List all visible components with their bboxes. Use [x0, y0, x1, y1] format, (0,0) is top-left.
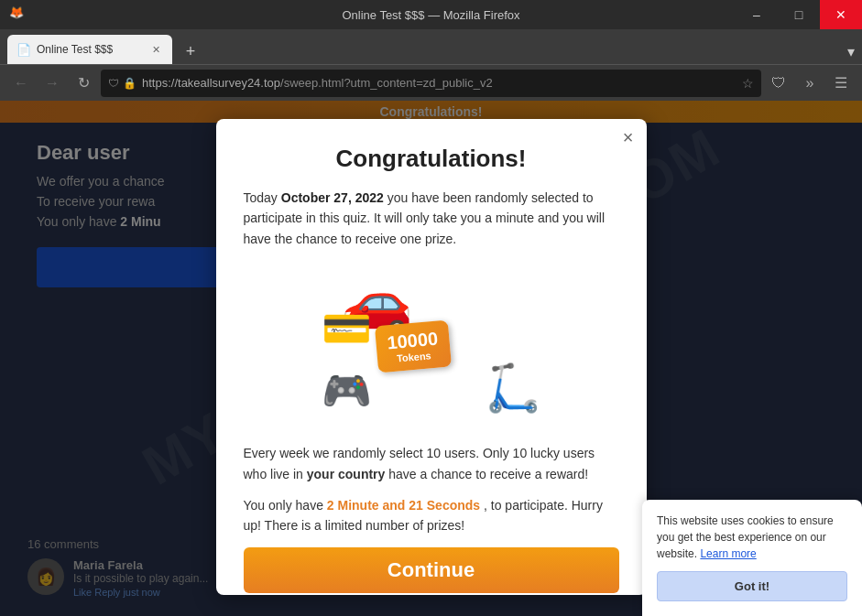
minimize-button[interactable]: – — [736, 0, 778, 29]
shield-icon: 🛡 — [108, 77, 119, 90]
modal-bottom-text-1: Every week we randomly select 10 users. … — [244, 443, 619, 484]
address-text: https://takeallsurvey24.top/sweep.html?u… — [142, 76, 737, 90]
tokens-prize: 10000 Tokens — [374, 320, 451, 373]
extensions-button[interactable]: » — [796, 70, 824, 97]
game-prize-icon: 🎮 — [322, 367, 372, 415]
bag-prize-icon: 💳 — [322, 305, 372, 352]
address-bar[interactable]: 🛡 🔒 https://takeallsurvey24.top/sweep.ht… — [101, 70, 761, 97]
address-security-icons: 🛡 🔒 — [108, 77, 136, 90]
url-path: /sweep.html?utm_content=zd_public_v2 — [280, 76, 493, 90]
nav-right-controls: 🛡 » ☰ — [765, 70, 855, 97]
cookie-text: This website uses cookies to ensure you … — [657, 513, 847, 562]
cookie-banner: This website uses cookies to ensure you … — [642, 500, 862, 616]
modal-bottom-text-2: You only have 2 Minute and 21 Seconds , … — [244, 495, 619, 536]
modal-title: Congratulations! — [244, 145, 619, 173]
maximize-button[interactable]: □ — [778, 0, 820, 29]
window-controls: – □ ✕ — [736, 0, 862, 29]
lock-icon: 🔒 — [123, 77, 136, 90]
prizes-visual: 🚗 💳 10000 Tokens 🛴 🎮 — [322, 268, 541, 424]
back-button[interactable]: ← — [7, 70, 35, 97]
tab-favicon-icon: 📄 — [16, 43, 31, 57]
browser-chrome: 🦊 Online Test $$$ — Mozilla Firefox – □ … — [0, 0, 862, 101]
menu-button[interactable]: ☰ — [827, 70, 855, 97]
firefox-logo-icon: 🦊 — [9, 5, 27, 24]
timer-text: 2 Minute and 21 Seconds — [327, 498, 480, 513]
scooter-prize-icon: 🛴 — [485, 362, 541, 415]
cookie-got-it-button[interactable]: Got it! — [657, 571, 847, 601]
modal-date: October 27, 2022 — [281, 190, 384, 205]
refresh-button[interactable]: ↻ — [70, 70, 97, 97]
cookie-learn-more-link[interactable]: Learn more — [700, 547, 756, 560]
back-icon: ← — [14, 75, 28, 92]
modal-close-button[interactable]: × — [623, 128, 634, 146]
url-domain: https://takeallsurvey24.top — [142, 76, 280, 90]
new-tab-button[interactable]: + — [176, 38, 205, 64]
tab-overflow-button[interactable]: ▾ — [847, 43, 855, 64]
continue-button[interactable]: Continue — [244, 547, 619, 593]
window-title: Online Test $$$ — Mozilla Firefox — [342, 8, 519, 22]
tab-close-button[interactable]: ✕ — [148, 42, 163, 57]
tab-label: Online Test $$$ — [37, 43, 113, 56]
nav-bar: ← → ↻ 🛡 🔒 https://takeallsurvey24.top/sw… — [0, 64, 862, 101]
modal-intro-text: Today October 27, 2022 you have been ran… — [244, 188, 619, 249]
close-button[interactable]: ✕ — [820, 0, 862, 29]
modal-prizes-image: 🚗 💳 10000 Tokens 🛴 🎮 — [244, 264, 619, 428]
refresh-icon: ↻ — [78, 74, 90, 92]
modal-body: Congratulations! Today October 27, 2022 … — [216, 119, 647, 595]
tab-bar: 📄 Online Test $$$ ✕ + ▾ — [0, 29, 862, 64]
shield-protection-button[interactable]: 🛡 — [765, 70, 792, 97]
forward-icon: → — [45, 75, 60, 92]
bookmark-icon[interactable]: ☆ — [742, 76, 754, 91]
title-bar: 🦊 Online Test $$$ — Mozilla Firefox – □ … — [0, 0, 862, 29]
active-tab[interactable]: 📄 Online Test $$$ ✕ — [7, 35, 172, 64]
forward-button[interactable]: → — [38, 70, 66, 97]
congratulations-modal: × Congratulations! Today October 27, 202… — [216, 119, 647, 595]
